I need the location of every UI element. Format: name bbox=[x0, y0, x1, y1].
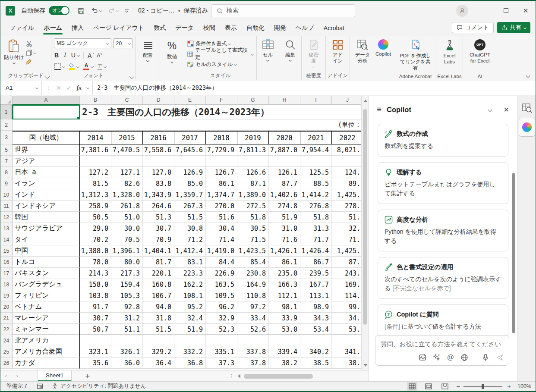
cell-year-header[interactable]: 2018 bbox=[206, 131, 237, 144]
cell-country-label[interactable]: バングラデシュ bbox=[13, 279, 80, 290]
cell-value[interactable]: 32.4 bbox=[174, 313, 206, 324]
formula-input[interactable]: 2-3 主要国の人口の推移（2014～2023年） bbox=[93, 81, 536, 95]
cell-value[interactable]: 51.1 bbox=[111, 324, 143, 335]
send-icon[interactable] bbox=[496, 354, 504, 361]
insert-function-icon[interactable]: fx bbox=[76, 85, 82, 91]
format-as-table-button[interactable]: テーブルとして書式設定 bbox=[186, 49, 255, 59]
column-header-G[interactable]: G bbox=[237, 96, 269, 105]
copilot-collapse-icon[interactable] bbox=[488, 107, 492, 112]
copilot-pane-tab[interactable] bbox=[519, 118, 535, 137]
copilot-input[interactable]: 質問、お役に立てる方法を教えてください @ bbox=[375, 335, 509, 366]
cell-value[interactable]: 162.2 bbox=[174, 279, 206, 290]
tab-挿入[interactable]: 挿入 bbox=[67, 21, 88, 35]
cell-year-header[interactable]: 2014 bbox=[80, 131, 111, 144]
cell-value[interactable]: 127.1 bbox=[111, 167, 143, 178]
cell-value[interactable]: 339.4 bbox=[269, 346, 300, 358]
column-header-D[interactable]: D bbox=[143, 96, 174, 105]
cell-country-label[interactable]: ミャンマー bbox=[13, 324, 80, 335]
cell-value[interactable]: 1,402.6 bbox=[269, 189, 300, 201]
cell-value[interactable]: 51.5 bbox=[143, 324, 174, 335]
cell-country-label[interactable]: 日本 a bbox=[13, 167, 80, 178]
vertical-scrollbar-thumb[interactable] bbox=[363, 109, 367, 325]
cell-value[interactable]: 71.4 bbox=[206, 234, 237, 245]
cell-value[interactable]: 261.8 bbox=[111, 201, 143, 212]
cell-value[interactable]: 239.5 bbox=[300, 268, 332, 279]
cell-value[interactable]: 1,328.0 bbox=[111, 189, 143, 201]
cell-value[interactable]: 1,396.1 bbox=[111, 245, 143, 257]
cell-value[interactable]: 106.7 bbox=[143, 290, 174, 301]
cell-value[interactable]: 230.8 bbox=[237, 268, 269, 279]
collapse-ribbon-icon[interactable] bbox=[526, 74, 530, 78]
cell-value[interactable]: 159.4 bbox=[111, 279, 143, 290]
tab-自動化[interactable]: 自動化 bbox=[242, 21, 269, 35]
editing-button[interactable]: 編集 bbox=[281, 38, 300, 62]
cell-country-label[interactable]: 韓国 bbox=[13, 212, 80, 223]
alignment-button[interactable]: 配置 bbox=[138, 38, 158, 63]
cell-value[interactable]: 127.0 bbox=[143, 167, 174, 178]
cell-value[interactable]: 29.0 bbox=[80, 223, 111, 234]
page-break-view-button[interactable] bbox=[440, 382, 450, 391]
copilot-close-icon[interactable]: ✕ bbox=[504, 106, 509, 114]
cell-value[interactable]: 52.3 bbox=[206, 324, 237, 335]
cell-value[interactable]: 274.8 bbox=[269, 201, 300, 212]
cell-value[interactable]: 51.6 bbox=[206, 212, 237, 223]
cell-value[interactable]: 38.5 bbox=[300, 358, 332, 369]
cell-value[interactable]: 87. bbox=[332, 257, 361, 268]
autosave-toggle[interactable]: オン bbox=[49, 6, 69, 15]
cell-value[interactable]: 99. bbox=[332, 301, 361, 313]
tab-表示[interactable]: 表示 bbox=[220, 21, 242, 35]
web-search-icon[interactable] bbox=[460, 354, 468, 361]
cell-value[interactable]: 340.2 bbox=[300, 346, 332, 358]
column-header-H[interactable]: H bbox=[269, 96, 300, 105]
copilot-card-2[interactable]: 理解するピボットテーブルまたはグラフを使用して集計する bbox=[378, 162, 508, 204]
column-header-I[interactable]: I bbox=[300, 96, 332, 105]
cell-value[interactable]: 126.7 bbox=[206, 167, 237, 178]
cell-value[interactable]: 33.4 bbox=[237, 313, 269, 324]
cell-value[interactable] bbox=[111, 156, 143, 167]
cell-value[interactable]: 71.2 bbox=[174, 234, 206, 245]
paste-dropdown-icon[interactable] bbox=[13, 61, 16, 64]
fill-color-dropdown-icon[interactable] bbox=[76, 65, 79, 68]
cell-value[interactable]: 160.8 bbox=[143, 279, 174, 290]
cells-button[interactable]: セル bbox=[259, 38, 277, 62]
customize-qat-button[interactable] bbox=[125, 9, 129, 13]
name-box[interactable]: A1 bbox=[0, 81, 42, 95]
cell-value[interactable] bbox=[332, 156, 361, 167]
cell-value[interactable]: 92.8 bbox=[111, 301, 143, 313]
cell-value[interactable]: 217.3 bbox=[111, 268, 143, 279]
sheet-nav-left-icon[interactable]: ‹ bbox=[0, 373, 12, 379]
cell-country-label[interactable]: サウジアラビア bbox=[13, 223, 80, 234]
row-header-11[interactable]: 11 bbox=[0, 201, 13, 212]
copilot-card-3[interactable]: 高度な分析Python を使用して詳細な分析結果を取得する bbox=[378, 210, 508, 251]
cell-value[interactable]: 126.1 bbox=[269, 167, 300, 178]
cell-value[interactable]: 335.1 bbox=[206, 346, 237, 358]
cell-unit-note[interactable]: (単位： bbox=[13, 119, 361, 131]
row-header-21[interactable]: 21 bbox=[0, 313, 13, 324]
increase-font-button[interactable]: A＾ bbox=[88, 52, 95, 59]
zoom-in-button[interactable]: ＋ bbox=[506, 382, 512, 390]
cell-value[interactable]: 83.8 bbox=[143, 178, 174, 189]
cell-value[interactable]: 158.0 bbox=[80, 279, 111, 290]
underline-dropdown-icon[interactable] bbox=[77, 53, 80, 56]
cell-value[interactable] bbox=[80, 335, 111, 346]
cells-dropdown-icon[interactable] bbox=[266, 59, 269, 62]
cell-value[interactable] bbox=[206, 156, 237, 167]
cell-value[interactable]: 53.4 bbox=[300, 324, 332, 335]
fill-color-button[interactable] bbox=[69, 63, 75, 70]
cell-value[interactable]: 97.2 bbox=[237, 301, 269, 313]
row-header-10[interactable]: 10 bbox=[0, 189, 13, 201]
document-title[interactable]: 02 - コピー… • 保存済み bbox=[138, 7, 214, 15]
add-image-icon[interactable] bbox=[419, 354, 426, 361]
minimize-button[interactable]: ─ bbox=[476, 1, 496, 20]
cell-value[interactable]: 110.8 bbox=[237, 290, 269, 301]
scroll-up-icon[interactable] bbox=[363, 100, 368, 102]
cell-value[interactable] bbox=[300, 156, 332, 167]
splitter-grip[interactable]: ⋮ bbox=[229, 373, 234, 379]
cell-value[interactable]: 88.5 bbox=[300, 178, 332, 189]
cell-value[interactable]: 70.2 bbox=[80, 234, 111, 245]
cell-value[interactable]: 84.4 bbox=[206, 257, 237, 268]
cell-value[interactable]: 223.3 bbox=[174, 268, 206, 279]
number-dropdown-icon[interactable] bbox=[170, 60, 173, 63]
scroll-down-icon[interactable] bbox=[363, 364, 368, 367]
cell-value[interactable]: 7,811.3 bbox=[237, 144, 269, 156]
